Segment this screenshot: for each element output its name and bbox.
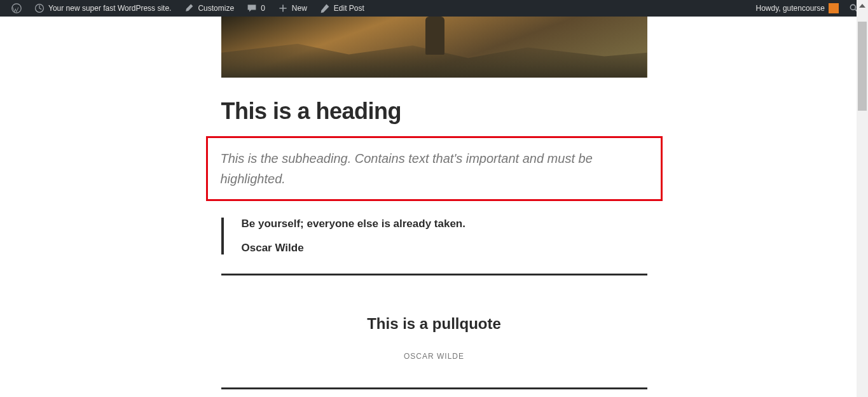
post-content: This is a heading This is the subheading… [221, 17, 647, 397]
featured-image [221, 17, 647, 78]
my-account-link[interactable]: Howdy, gutencourse [749, 0, 845, 17]
post-subheading: This is the subheading. Contains text th… [221, 148, 648, 189]
comment-count: 0 [261, 4, 265, 13]
wp-logo-button[interactable] [5, 0, 28, 17]
pullquote-text: This is a pullquote [234, 315, 635, 333]
wp-admin-bar: Your new super fast WordPress site. Cust… [0, 0, 868, 17]
customize-link[interactable]: Customize [177, 0, 240, 17]
site-name-label: Your new super fast WordPress site. [48, 4, 171, 13]
svg-point-2 [850, 4, 855, 10]
new-content-link[interactable]: New [272, 0, 313, 17]
blockquote: Be yourself; everyone else is already ta… [221, 218, 647, 254]
dashboard-icon [34, 3, 45, 13]
pullquote-cite: OSCAR WILDE [234, 352, 635, 361]
page-viewport: This is a heading This is the subheading… [0, 17, 868, 397]
scroll-up-arrow-icon[interactable] [859, 4, 865, 8]
site-name-link[interactable]: Your new super fast WordPress site. [28, 0, 177, 17]
subheading-highlight-box: This is the subheading. Contains text th… [206, 136, 663, 201]
scroll-thumb[interactable] [858, 22, 867, 111]
pullquote: This is a pullquote OSCAR WILDE [221, 274, 647, 389]
comment-icon [247, 3, 257, 13]
edit-post-link[interactable]: Edit Post [313, 0, 371, 17]
brush-icon [184, 3, 194, 13]
new-label: New [292, 4, 307, 13]
comments-link[interactable]: 0 [240, 0, 272, 17]
plus-icon [278, 3, 288, 13]
blockquote-cite: Oscar Wilde [242, 242, 647, 254]
edit-post-label: Edit Post [334, 4, 364, 13]
customize-label: Customize [198, 4, 234, 13]
greeting-label: Howdy, gutencourse [755, 4, 825, 13]
scrollbar[interactable] [857, 0, 868, 397]
avatar [829, 3, 839, 13]
wordpress-icon [11, 3, 22, 13]
post-heading: This is a heading [221, 98, 647, 125]
blockquote-text: Be yourself; everyone else is already ta… [242, 218, 647, 230]
pencil-icon [320, 3, 330, 13]
